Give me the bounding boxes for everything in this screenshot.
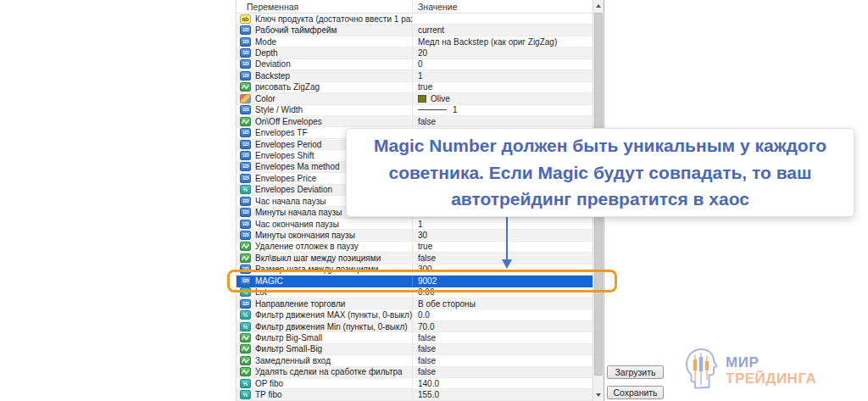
table-row[interactable]: Замедленный входfalse <box>236 355 593 366</box>
table-row[interactable]: ½Фильтр движения MAX (пункты, 0-выкл)0.0 <box>236 309 593 320</box>
param-name-label: Фильтр движения MAX (пункты, 0-выкл) <box>255 310 412 320</box>
param-value-cell[interactable]: true <box>412 82 593 92</box>
param-name-cell: Color <box>236 94 412 103</box>
param-value-text: Olive <box>431 94 450 103</box>
param-value-cell[interactable]: false <box>412 355 593 365</box>
param-value-cell[interactable]: 140.0 <box>412 378 593 388</box>
table-row[interactable]: 123Направление торговлиВ обе стороны <box>236 298 593 309</box>
integer-type-icon: 123 <box>240 140 251 149</box>
param-value-cell[interactable]: false <box>412 116 593 126</box>
integer-type-icon: 123 <box>240 105 251 114</box>
param-value-text: false <box>418 117 436 126</box>
param-value-cell[interactable]: 20 <box>412 47 593 58</box>
table-row[interactable]: рисовать ZigZagtrue <box>236 82 593 93</box>
param-value-text: 20 <box>418 48 427 58</box>
table-row[interactable]: 123Style / Width1 <box>236 105 593 116</box>
table-row[interactable]: Удаление отложек в паузуtrue <box>236 242 593 253</box>
table-row[interactable]: 123ModeМедл на Backstep (как ориг ZigZag… <box>236 36 593 47</box>
param-name-label: On\Off Envelopes <box>255 117 322 126</box>
table-row[interactable]: Вкл\выкл шаг между позициямиfalse <box>236 253 593 264</box>
param-value-cell[interactable]: В обе стороны <box>412 298 593 309</box>
param-value-cell[interactable]: 155.0 <box>412 389 593 399</box>
table-row[interactable]: Фильтр Small-Bigfalse <box>236 344 593 355</box>
table-row[interactable]: 123Backstep1 <box>236 70 593 81</box>
double-type-icon: ½ <box>240 390 251 399</box>
param-value-cell[interactable]: 70.0 <box>412 321 593 331</box>
param-value-cell[interactable] <box>412 14 593 24</box>
param-name-label: Ключ продукта (достаточно ввести 1 раз) <box>255 14 412 24</box>
table-row[interactable]: 123Deviation0 <box>236 59 593 70</box>
param-name-label: Удаление отложек в паузу <box>255 242 359 251</box>
param-value-text: true <box>418 242 432 251</box>
table-row[interactable]: 123Час окончания паузы1 <box>236 219 593 230</box>
table-row[interactable]: 123Минуты окончания паузы30 <box>236 230 593 241</box>
chevron-up-icon <box>596 4 601 8</box>
param-value-cell[interactable]: 0.0 <box>412 309 593 320</box>
param-value-text: true <box>418 82 432 92</box>
column-header-value: Значение <box>412 0 593 13</box>
column-header-variable: Переменная <box>236 2 412 12</box>
table-row[interactable]: abКлюч продукта (достаточно ввести 1 раз… <box>236 14 593 25</box>
table-row[interactable]: ½OP fibo140.0 <box>236 378 593 389</box>
param-name-label: Deviation <box>255 59 291 69</box>
param-value-cell[interactable]: Медл на Backstep (как ориг ZigZag) <box>412 36 593 47</box>
param-name-cell: 123Style / Width <box>236 105 412 114</box>
param-name-label: Минуты окончания паузы <box>255 231 355 240</box>
param-name-cell: рисовать ZigZag <box>236 82 412 92</box>
param-name-label: рисовать ZigZag <box>255 82 320 92</box>
param-value-cell[interactable]: Olive <box>412 93 593 103</box>
integer-type-icon: 123 <box>240 174 251 183</box>
table-row[interactable]: ½Фильтр движения Min (пункты, 0-выкл)70.… <box>236 321 593 332</box>
integer-type-icon: 123 <box>240 208 251 217</box>
param-name-label: Час начала паузы <box>255 197 326 206</box>
param-name-cell: Замедленный вход <box>236 356 412 365</box>
brand-logo: МИР ТРЕЙДИНГА <box>683 348 816 393</box>
param-name-label: Depth <box>255 48 278 58</box>
param-value-cell[interactable]: 1 <box>412 105 593 115</box>
param-value-cell[interactable]: false <box>412 367 593 377</box>
logo-text-line2: ТРЕЙДИНГА <box>726 370 816 387</box>
boolean-type-icon <box>240 344 251 354</box>
table-row[interactable]: Фильтр Big-Smallfalse <box>236 332 593 343</box>
table-row[interactable]: 123Depth20 <box>236 47 593 58</box>
param-name-label: Envelopes Price <box>255 174 316 183</box>
integer-type-icon: 123 <box>240 25 251 35</box>
param-name-label: Фильтр движения Min (пункты, 0-выкл) <box>255 322 408 331</box>
magic-row-highlight <box>227 270 617 292</box>
param-name-cell: 123Deviation <box>236 59 412 69</box>
param-value-cell[interactable]: false <box>412 332 593 343</box>
param-name-label: Color <box>255 94 275 103</box>
param-name-label: Envelopes Shift <box>255 151 314 160</box>
param-value-cell[interactable]: 1 <box>412 70 593 81</box>
scroll-down-button[interactable] <box>593 389 604 401</box>
param-value-text: current <box>418 25 444 35</box>
save-button[interactable]: Сохранить <box>607 386 664 399</box>
param-value-text: false <box>418 367 436 376</box>
table-row[interactable]: ½TP fibo155.0 <box>236 389 593 400</box>
load-button[interactable]: Загрузить <box>607 365 664 379</box>
param-value-cell[interactable]: false <box>412 344 593 354</box>
table-row[interactable]: ColorOlive <box>236 93 593 104</box>
boolean-type-icon <box>240 253 251 263</box>
boolean-type-icon <box>240 367 251 376</box>
param-value-cell[interactable]: 0 <box>412 59 593 70</box>
param-name-label: Направление торговли <box>255 299 345 309</box>
boolean-type-icon <box>240 242 251 251</box>
param-name-label: Минуты начала паузы <box>255 208 342 217</box>
param-name-cell: ½TP fibo <box>236 390 412 399</box>
param-name-label: Envelopes Period <box>255 140 321 149</box>
integer-type-icon: 123 <box>240 128 251 137</box>
integer-type-icon: 123 <box>240 197 251 206</box>
integer-type-icon: 123 <box>240 162 251 171</box>
scroll-up-button[interactable] <box>593 0 604 12</box>
table-row[interactable]: 123Рабочий таймфреймcurrent <box>236 25 593 36</box>
param-value-text: 0.0 <box>418 310 430 320</box>
table-row[interactable]: On\Off Envelopesfalse <box>236 116 593 127</box>
param-value-text: 30 <box>418 231 427 240</box>
param-name-label: Envelopes TF <box>255 128 308 137</box>
integer-type-icon: 123 <box>240 151 251 160</box>
param-name-label: Фильтр Big-Small <box>255 333 322 343</box>
param-name-cell: 123Mode <box>236 37 412 47</box>
param-value-cell[interactable]: current <box>412 25 593 35</box>
table-row[interactable]: Удалять сделки на сработке фильтраfalse <box>236 367 593 378</box>
